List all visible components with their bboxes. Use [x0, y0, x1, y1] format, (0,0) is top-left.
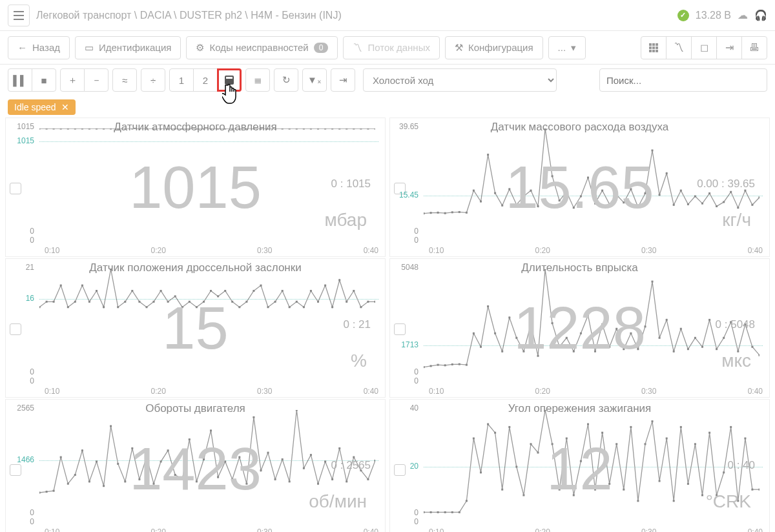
- svg-rect-81: [594, 203, 596, 205]
- refresh-button[interactable]: ↻: [274, 68, 298, 92]
- view-chart-button[interactable]: 〽: [666, 36, 692, 59]
- svg-rect-103: [751, 204, 753, 206]
- svg-rect-90: [659, 194, 661, 196]
- svg-rect-259: [494, 432, 496, 434]
- stop-button[interactable]: ■: [32, 68, 56, 92]
- x-tick: 0:20: [535, 387, 550, 396]
- panel-range: 0 : 5048: [716, 318, 755, 331]
- svg-rect-6: [649, 50, 652, 52]
- svg-rect-120: [146, 306, 148, 308]
- svg-rect-229: [238, 456, 240, 458]
- svg-rect-62: [459, 211, 460, 213]
- svg-rect-294: [744, 438, 746, 440]
- view-grid-button[interactable]: [641, 36, 666, 59]
- svg-rect-269: [566, 438, 568, 440]
- more-button[interactable]: ... ▾: [548, 36, 586, 59]
- back-label: Назад: [32, 42, 60, 53]
- configuration-button[interactable]: ⚒ Конфигурация: [445, 36, 543, 59]
- svg-rect-130: [217, 295, 219, 297]
- svg-rect-66: [487, 154, 489, 156]
- print-button[interactable]: 🖶: [741, 36, 767, 59]
- svg-rect-289: [708, 432, 710, 434]
- chart-icon: 〽: [353, 42, 362, 53]
- svg-rect-136: [260, 285, 262, 287]
- close-icon[interactable]: ✕: [61, 102, 69, 112]
- svg-rect-72: [530, 190, 532, 192]
- svg-rect-199: [751, 346, 753, 348]
- cloud-icon[interactable]: ☁: [738, 9, 748, 21]
- svg-rect-126: [189, 301, 191, 303]
- filter-chip[interactable]: Idle speed ✕: [8, 99, 76, 115]
- pause-button[interactable]: ▌▌: [8, 68, 32, 92]
- x-tick: 0:20: [535, 246, 550, 255]
- svg-rect-260: [501, 489, 503, 491]
- svg-rect-191: [694, 337, 696, 339]
- identification-button[interactable]: ▭ Идентификация: [75, 36, 181, 59]
- list-button[interactable]: ≣: [245, 68, 270, 92]
- svg-rect-273: [594, 489, 596, 491]
- svg-rect-226: [217, 476, 219, 478]
- columns-1-button[interactable]: 1: [169, 68, 194, 92]
- x-axis: 0:100:200:300:40: [45, 387, 378, 396]
- back-button[interactable]: ← Назад: [8, 36, 70, 59]
- svg-rect-118: [131, 290, 133, 292]
- y-zero: 0: [30, 376, 34, 385]
- svg-rect-178: [601, 323, 603, 325]
- divide-button[interactable]: ÷: [141, 68, 165, 92]
- headset-icon[interactable]: 🎧: [754, 9, 767, 21]
- svg-rect-268: [559, 489, 561, 491]
- id-icon: ▭: [85, 42, 94, 54]
- svg-rect-173: [566, 337, 568, 339]
- svg-rect-204: [60, 456, 62, 458]
- x-tick: 0:30: [641, 246, 656, 255]
- svg-rect-286: [687, 483, 689, 485]
- view-diagram-button[interactable]: ◻: [691, 36, 717, 59]
- filter-clear-button[interactable]: ▼ₓ: [302, 68, 327, 92]
- datastream-button[interactable]: 〽 Поток данных: [343, 36, 440, 59]
- dtc-button[interactable]: ⚙ Коды неисправностей 0: [186, 36, 338, 59]
- export-button[interactable]: ⇥: [716, 36, 742, 59]
- x-tick: 0:30: [641, 387, 656, 396]
- svg-rect-134: [245, 301, 247, 303]
- svg-rect-117: [124, 301, 126, 303]
- columns-2-button[interactable]: 2: [193, 68, 218, 92]
- svg-rect-73: [537, 205, 539, 207]
- svg-rect-249: [424, 511, 425, 513]
- svg-rect-67: [494, 192, 496, 194]
- svg-rect-225: [210, 429, 212, 431]
- svg-rect-179: [608, 346, 610, 348]
- chart-panel: Обороты двигателя 2565 1466 0 0 1423 0 :…: [5, 399, 386, 532]
- save-button[interactable]: [217, 68, 242, 92]
- svg-rect-131: [224, 290, 226, 292]
- zoom-out-button[interactable]: －: [84, 68, 108, 92]
- mode-select[interactable]: Холостой ход: [363, 68, 557, 92]
- svg-rect-155: [437, 364, 439, 366]
- svg-rect-275: [608, 483, 610, 485]
- wave-button[interactable]: ≈: [112, 68, 137, 92]
- x-axis: 0:100:200:300:40: [45, 527, 378, 532]
- search-input[interactable]: [599, 68, 767, 92]
- svg-rect-184: [645, 325, 646, 327]
- svg-rect-262: [515, 466, 517, 468]
- svg-rect-281: [652, 420, 654, 422]
- skip-last-button[interactable]: ⇥: [331, 68, 355, 92]
- svg-rect-280: [645, 443, 646, 445]
- svg-rect-4: [652, 46, 655, 49]
- svg-rect-91: [666, 172, 668, 174]
- svg-rect-231: [253, 416, 254, 418]
- svg-rect-135: [253, 290, 254, 292]
- y-min: 0: [30, 508, 34, 517]
- svg-rect-70: [515, 203, 517, 205]
- zoom-in-button[interactable]: ＋: [60, 68, 85, 92]
- svg-rect-144: [317, 301, 319, 303]
- svg-rect-283: [666, 438, 668, 440]
- svg-rect-255: [466, 500, 468, 502]
- x-tick: 0:30: [257, 527, 272, 532]
- svg-rect-176: [587, 314, 589, 316]
- svg-rect-86: [630, 188, 632, 190]
- y-current: 15.45: [399, 190, 418, 200]
- menu-button[interactable]: [8, 5, 30, 26]
- svg-rect-153: [424, 366, 425, 368]
- svg-rect-248: [375, 460, 376, 462]
- panel-range: 0 : 1015: [331, 178, 371, 190]
